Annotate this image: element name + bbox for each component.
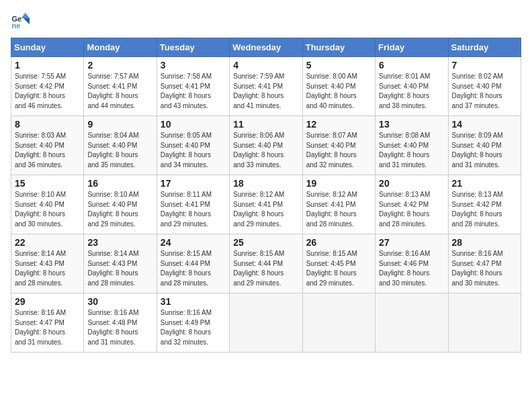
- calendar-cell: [375, 293, 448, 353]
- cell-content: Sunrise: 8:16 AMSunset: 4:49 PMDaylight:…: [161, 308, 226, 347]
- cell-content: Sunrise: 7:58 AMSunset: 4:41 PMDaylight:…: [161, 72, 226, 111]
- cell-content: Sunrise: 8:01 AMSunset: 4:40 PMDaylight:…: [379, 72, 444, 111]
- day-number: 12: [306, 119, 371, 130]
- col-header-wednesday: Wednesday: [230, 38, 302, 57]
- cell-content: Sunrise: 8:14 AMSunset: 4:43 PMDaylight:…: [15, 249, 80, 288]
- cell-content: Sunrise: 8:03 AMSunset: 4:40 PMDaylight:…: [15, 131, 80, 170]
- day-number: 10: [161, 119, 226, 130]
- day-number: 4: [233, 60, 298, 71]
- cell-content: Sunrise: 8:12 AMSunset: 4:41 PMDaylight:…: [306, 190, 371, 229]
- calendar-cell: 30Sunrise: 8:16 AMSunset: 4:48 PMDayligh…: [84, 293, 157, 353]
- day-number: 24: [161, 237, 226, 248]
- day-number: 8: [15, 119, 80, 130]
- cell-content: Sunrise: 8:07 AMSunset: 4:40 PMDaylight:…: [306, 131, 371, 170]
- calendar-cell: [230, 293, 302, 353]
- day-number: 2: [87, 60, 152, 71]
- logo: Ge ne: [11, 11, 32, 30]
- day-number: 25: [233, 237, 298, 248]
- calendar-cell: 5Sunrise: 8:00 AMSunset: 4:40 PMDaylight…: [302, 57, 375, 116]
- calendar-cell: 22Sunrise: 8:14 AMSunset: 4:43 PMDayligh…: [11, 234, 84, 293]
- week-row-3: 15Sunrise: 8:10 AMSunset: 4:40 PMDayligh…: [11, 175, 521, 234]
- day-number: 19: [306, 178, 371, 189]
- calendar-cell: 24Sunrise: 8:15 AMSunset: 4:44 PMDayligh…: [157, 234, 229, 293]
- day-number: 11: [233, 119, 298, 130]
- cell-content: Sunrise: 8:15 AMSunset: 4:44 PMDaylight:…: [233, 249, 298, 288]
- day-number: 26: [306, 237, 371, 248]
- day-number: 18: [233, 178, 298, 189]
- cell-content: Sunrise: 8:16 AMSunset: 4:47 PMDaylight:…: [15, 308, 80, 347]
- calendar-cell: 17Sunrise: 8:11 AMSunset: 4:41 PMDayligh…: [157, 175, 229, 234]
- calendar-cell: 4Sunrise: 7:59 AMSunset: 4:41 PMDaylight…: [230, 57, 302, 116]
- calendar-cell: 16Sunrise: 8:10 AMSunset: 4:40 PMDayligh…: [84, 175, 157, 234]
- col-header-saturday: Saturday: [448, 38, 521, 57]
- cell-content: Sunrise: 8:11 AMSunset: 4:41 PMDaylight:…: [161, 190, 226, 229]
- calendar-cell: 9Sunrise: 8:04 AMSunset: 4:40 PMDaylight…: [84, 116, 157, 175]
- calendar-cell: 11Sunrise: 8:06 AMSunset: 4:40 PMDayligh…: [230, 116, 302, 175]
- calendar-cell: 2Sunrise: 7:57 AMSunset: 4:41 PMDaylight…: [84, 57, 157, 116]
- cell-content: Sunrise: 8:16 AMSunset: 4:46 PMDaylight:…: [379, 249, 444, 288]
- calendar-cell: 19Sunrise: 8:12 AMSunset: 4:41 PMDayligh…: [302, 175, 375, 234]
- cell-content: Sunrise: 8:00 AMSunset: 4:40 PMDaylight:…: [306, 72, 371, 111]
- calendar-cell: 21Sunrise: 8:13 AMSunset: 4:42 PMDayligh…: [448, 175, 521, 234]
- calendar-cell: 28Sunrise: 8:16 AMSunset: 4:47 PMDayligh…: [448, 234, 521, 293]
- svg-text:ne: ne: [12, 21, 21, 30]
- cell-content: Sunrise: 8:08 AMSunset: 4:40 PMDaylight:…: [379, 131, 444, 170]
- cell-content: Sunrise: 8:10 AMSunset: 4:40 PMDaylight:…: [87, 190, 152, 229]
- header-row: SundayMondayTuesdayWednesdayThursdayFrid…: [11, 38, 521, 57]
- cell-content: Sunrise: 7:57 AMSunset: 4:41 PMDaylight:…: [87, 72, 152, 111]
- day-number: 30: [87, 296, 152, 307]
- logo-icon: Ge ne: [11, 11, 30, 30]
- calendar-cell: 8Sunrise: 8:03 AMSunset: 4:40 PMDaylight…: [11, 116, 84, 175]
- day-number: 7: [452, 60, 517, 71]
- day-number: 31: [161, 296, 226, 307]
- cell-content: Sunrise: 8:16 AMSunset: 4:47 PMDaylight:…: [452, 249, 517, 288]
- calendar-table: SundayMondayTuesdayWednesdayThursdayFrid…: [11, 38, 521, 353]
- cell-content: Sunrise: 8:02 AMSunset: 4:40 PMDaylight:…: [452, 72, 517, 111]
- calendar-cell: [302, 293, 375, 353]
- calendar-cell: 23Sunrise: 8:14 AMSunset: 4:43 PMDayligh…: [84, 234, 157, 293]
- day-number: 1: [15, 60, 80, 71]
- col-header-monday: Monday: [84, 38, 157, 57]
- cell-content: Sunrise: 7:59 AMSunset: 4:41 PMDaylight:…: [233, 72, 298, 111]
- day-number: 29: [15, 296, 80, 307]
- calendar-cell: 18Sunrise: 8:12 AMSunset: 4:41 PMDayligh…: [230, 175, 302, 234]
- day-number: 28: [452, 237, 517, 248]
- calendar-cell: 27Sunrise: 8:16 AMSunset: 4:46 PMDayligh…: [375, 234, 448, 293]
- cell-content: Sunrise: 8:12 AMSunset: 4:41 PMDaylight:…: [233, 190, 298, 229]
- day-number: 3: [161, 60, 226, 71]
- week-row-2: 8Sunrise: 8:03 AMSunset: 4:40 PMDaylight…: [11, 116, 521, 175]
- calendar-cell: 20Sunrise: 8:13 AMSunset: 4:42 PMDayligh…: [375, 175, 448, 234]
- calendar-cell: [448, 293, 521, 353]
- calendar-cell: 31Sunrise: 8:16 AMSunset: 4:49 PMDayligh…: [157, 293, 229, 353]
- week-row-5: 29Sunrise: 8:16 AMSunset: 4:47 PMDayligh…: [11, 293, 521, 353]
- cell-content: Sunrise: 8:15 AMSunset: 4:45 PMDaylight:…: [306, 249, 371, 288]
- cell-content: Sunrise: 8:10 AMSunset: 4:40 PMDaylight:…: [15, 190, 80, 229]
- day-number: 16: [87, 178, 152, 189]
- cell-content: Sunrise: 8:13 AMSunset: 4:42 PMDaylight:…: [379, 190, 444, 229]
- cell-content: Sunrise: 8:05 AMSunset: 4:40 PMDaylight:…: [161, 131, 226, 170]
- cell-content: Sunrise: 8:06 AMSunset: 4:40 PMDaylight:…: [233, 131, 298, 170]
- day-number: 14: [452, 119, 517, 130]
- calendar-cell: 13Sunrise: 8:08 AMSunset: 4:40 PMDayligh…: [375, 116, 448, 175]
- calendar-cell: 10Sunrise: 8:05 AMSunset: 4:40 PMDayligh…: [157, 116, 229, 175]
- calendar-cell: 29Sunrise: 8:16 AMSunset: 4:47 PMDayligh…: [11, 293, 84, 353]
- calendar-cell: 12Sunrise: 8:07 AMSunset: 4:40 PMDayligh…: [302, 116, 375, 175]
- day-number: 21: [452, 178, 517, 189]
- day-number: 23: [87, 237, 152, 248]
- calendar-cell: 1Sunrise: 7:55 AMSunset: 4:42 PMDaylight…: [11, 57, 84, 116]
- day-number: 6: [379, 60, 444, 71]
- svg-marker-2: [21, 13, 30, 18]
- cell-content: Sunrise: 8:04 AMSunset: 4:40 PMDaylight:…: [87, 131, 152, 170]
- col-header-thursday: Thursday: [302, 38, 375, 57]
- cell-content: Sunrise: 8:15 AMSunset: 4:44 PMDaylight:…: [161, 249, 226, 288]
- cell-content: Sunrise: 8:09 AMSunset: 4:40 PMDaylight:…: [452, 131, 517, 170]
- calendar-cell: 15Sunrise: 8:10 AMSunset: 4:40 PMDayligh…: [11, 175, 84, 234]
- day-number: 15: [15, 178, 80, 189]
- day-number: 20: [379, 178, 444, 189]
- calendar-cell: 3Sunrise: 7:58 AMSunset: 4:41 PMDaylight…: [157, 57, 229, 116]
- calendar-cell: 14Sunrise: 8:09 AMSunset: 4:40 PMDayligh…: [448, 116, 521, 175]
- col-header-friday: Friday: [375, 38, 448, 57]
- cell-content: Sunrise: 8:14 AMSunset: 4:43 PMDaylight:…: [87, 249, 152, 288]
- day-number: 22: [15, 237, 80, 248]
- col-header-tuesday: Tuesday: [157, 38, 229, 57]
